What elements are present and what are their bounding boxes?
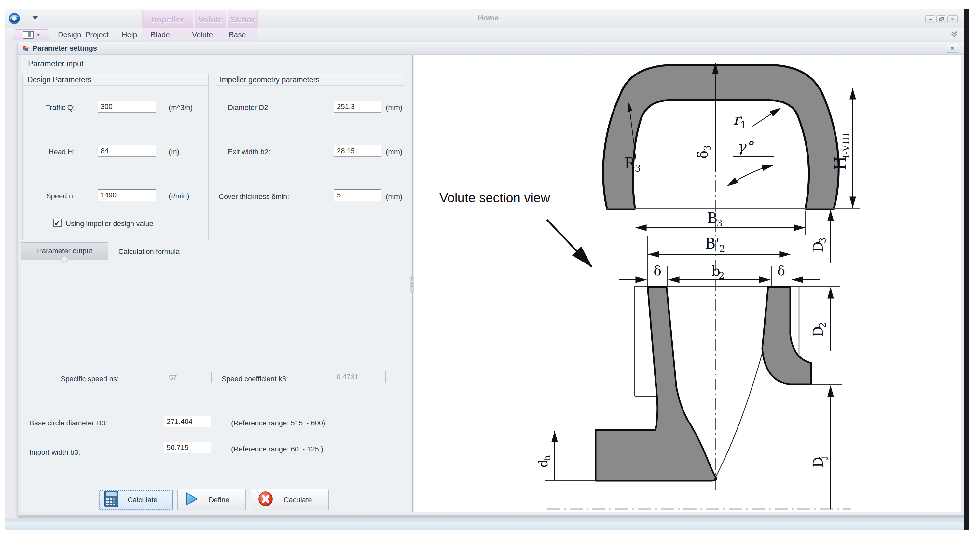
specific-speed-input — [166, 372, 212, 384]
d3-label: D 3 — [810, 238, 828, 252]
d2-label: D 2 — [810, 322, 828, 337]
delta-left-label: δ — [654, 263, 661, 278]
status-strip — [5, 522, 964, 530]
dialog-close-button[interactable]: × — [946, 44, 959, 53]
define-button-label: Define — [199, 496, 245, 504]
chevron-down-icon — [37, 33, 40, 36]
play-icon — [186, 492, 199, 508]
traffic-q-input[interactable] — [98, 101, 156, 113]
svg-text:h: h — [542, 455, 552, 460]
window-right-edge — [964, 9, 969, 530]
ribbon-expand-icon[interactable] — [950, 30, 959, 39]
menu-item-blade[interactable]: Blade — [151, 30, 170, 40]
restore-icon — [939, 17, 944, 21]
speed-n-unit: (r/min) — [169, 192, 189, 200]
ribbon-tab-stator[interactable]: Stator — [228, 10, 258, 28]
restore-button[interactable] — [936, 15, 947, 23]
traffic-q-label: Traffic Q: — [26, 103, 75, 112]
svg-text:B: B — [707, 210, 718, 226]
svg-text:3: 3 — [817, 238, 828, 243]
volute-section-diagram: Volute section view δ 3 R 3 r 1 γ° — [420, 55, 963, 512]
caculate-button[interactable]: Caculate — [251, 489, 329, 511]
dialog-titlebar — [18, 42, 964, 55]
gamma-label: γ° — [737, 138, 754, 155]
delta3-label: δ 3 — [695, 145, 713, 159]
menu-item-volute[interactable]: Volute — [192, 30, 213, 40]
diagram-annotation: Volute section view — [439, 190, 550, 205]
ribbon-tab-impeller[interactable]: Impeller — [142, 10, 193, 28]
diameter-d2-label: Diameter D2: — [228, 103, 270, 112]
delta-right-label: δ — [777, 263, 785, 278]
exit-width-b2-label: Exit width b2: — [228, 148, 270, 156]
home-tab-label: Home — [469, 14, 508, 22]
impeller-geometry-title: Impeller geometry parameters — [215, 74, 405, 86]
splitter-grip[interactable] — [410, 276, 414, 293]
right-wall-shape — [762, 287, 811, 384]
svg-text:R: R — [624, 154, 636, 172]
quick-access-caret-icon[interactable] — [33, 16, 38, 20]
menu-item-help[interactable]: Help — [122, 30, 137, 40]
impeller-geometry-group: Impeller geometry parameters — [215, 73, 405, 240]
svg-text:2: 2 — [719, 243, 725, 254]
svg-text:3: 3 — [702, 145, 713, 151]
exit-width-b2-unit: (mm) — [386, 148, 402, 156]
checkmark-icon: ✓ — [54, 219, 60, 227]
menu-item-project[interactable]: Project — [85, 30, 109, 40]
dj-label: D j — [810, 456, 828, 468]
svg-text:I-VIII: I-VIII — [841, 132, 851, 158]
dialog-bottom-edge — [18, 515, 964, 518]
import-width-b3-label: Import width b3: — [29, 448, 80, 457]
speed-coefficient-label: Speed coefficient k3: — [205, 375, 288, 383]
define-button[interactable]: Define — [177, 489, 246, 511]
dh-label: d h — [535, 455, 552, 468]
menu-item-design[interactable]: Design — [58, 30, 81, 40]
gamma-arc — [727, 165, 773, 186]
blade-curve — [715, 353, 762, 479]
design-parameters-group: Design Parameters — [22, 73, 208, 240]
volute-shell-shape — [603, 65, 839, 209]
use-impeller-design-label: Using impeller design value — [66, 219, 153, 228]
screen: Impeller Volute Stator Home – × Design P… — [0, 0, 980, 538]
calculate-button[interactable]: Calculate — [98, 489, 172, 511]
b2p-label: B' 2 — [705, 235, 725, 254]
svg-text:δ: δ — [695, 151, 711, 159]
cover-thickness-label: Cover thickness δmin: — [219, 192, 289, 201]
import-width-b3-note: (Reference range: 60 ~ 125 ) — [231, 445, 323, 454]
speed-n-label: Speed n: — [26, 192, 75, 200]
base-circle-d3-input[interactable] — [164, 416, 211, 427]
caculate-button-label: Caculate — [273, 496, 328, 504]
svg-text:1: 1 — [740, 119, 746, 130]
menu-item-base[interactable]: Base — [229, 30, 246, 40]
cover-thickness-unit: (mm) — [386, 192, 402, 201]
minimize-button[interactable]: – — [925, 15, 935, 23]
import-width-b3-input[interactable] — [164, 442, 211, 454]
speed-coefficient-input — [334, 371, 386, 383]
base-circle-d3-note: (Reference range: 515 ~ 600) — [231, 419, 325, 427]
specific-speed-label: Specific speed ns: — [47, 375, 119, 383]
use-impeller-design-checkbox[interactable]: ✓ — [53, 219, 62, 227]
ribbon-tab-volute[interactable]: Volute — [195, 10, 226, 28]
hub-shape — [596, 287, 716, 481]
diameter-d2-input[interactable] — [334, 101, 381, 113]
head-h-label: Head H: — [26, 148, 75, 156]
dialog-title: Parameter settings — [33, 44, 97, 53]
tab-calculation-formula[interactable]: Calculation formula — [111, 244, 186, 260]
speed-n-input[interactable] — [98, 189, 156, 201]
cover-thickness-input[interactable] — [334, 189, 381, 201]
r1-leader — [752, 108, 781, 126]
head-h-unit: (m) — [169, 148, 179, 156]
annotation-arrow — [547, 219, 592, 267]
panel-icon — [23, 31, 34, 39]
focus-ring — [99, 490, 171, 510]
svg-text:2: 2 — [817, 322, 828, 328]
app-logo-icon[interactable] — [8, 13, 21, 26]
svg-text:B': B' — [705, 235, 719, 252]
close-window-button[interactable]: × — [947, 15, 958, 23]
head-h-input[interactable] — [98, 145, 156, 157]
cancel-icon — [258, 491, 273, 509]
diameter-d2-unit: (mm) — [386, 103, 402, 112]
b3-label: B 3 — [707, 210, 722, 229]
design-parameters-title: Design Parameters — [23, 74, 208, 86]
exit-width-b2-input[interactable] — [334, 145, 381, 157]
app-menu-button[interactable] — [14, 29, 49, 40]
